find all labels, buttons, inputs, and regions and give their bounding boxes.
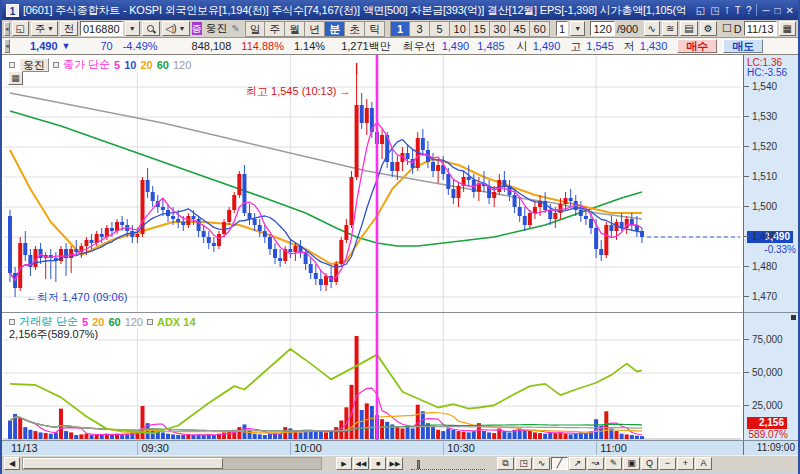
price-tick-label: 1,490: [744, 231, 798, 243]
minute-45-button[interactable]: 45: [510, 21, 530, 37]
legend-vma120: 120: [125, 316, 143, 328]
minute-5-button[interactable]: 5: [430, 21, 450, 37]
legend-ma-label: 종가 단순: [63, 57, 110, 72]
compare-chart-icon[interactable]: ≋: [662, 21, 678, 36]
period-minute-button[interactable]: 분: [325, 21, 345, 37]
best-bid: 1,485: [477, 40, 505, 52]
window-number-badge: 1: [6, 4, 19, 17]
scrollbar-thumb[interactable]: [23, 458, 223, 469]
period-year-button[interactable]: 년: [305, 21, 325, 37]
period-month-button[interactable]: 월: [285, 21, 305, 37]
legend-checkbox-icon[interactable]: [53, 62, 59, 68]
minute-3-button[interactable]: 3: [410, 21, 430, 37]
high-label: 고: [570, 39, 581, 54]
legend-checkbox-icon[interactable]: [147, 319, 153, 325]
help-icon[interactable]: ?: [746, 5, 752, 16]
price-tick-label: 1,540: [744, 81, 798, 93]
minute-15-button[interactable]: 15: [470, 21, 490, 37]
chevron-down-icon: ▼: [179, 23, 186, 35]
draw-tool-icon[interactable]: ✎: [605, 457, 622, 470]
compare-overlay-icon[interactable]: ∿: [533, 457, 550, 470]
trendline-tool-icon[interactable]: ╱: [551, 457, 568, 470]
price-tick-label: 1,480: [744, 261, 798, 273]
legend-stock-name[interactable]: 웅진: [19, 58, 49, 72]
frame-select[interactable]: 주▼: [31, 21, 58, 36]
volume-ratio: 114.88%: [241, 40, 284, 52]
minute-10-button[interactable]: 10: [450, 21, 470, 37]
new-window-button[interactable]: ◱: [12, 21, 29, 36]
minimize-button[interactable]: ─: [762, 5, 769, 16]
cascade-chart-icon[interactable]: ⧉: [497, 457, 514, 470]
zoom-out-button[interactable]: −: [659, 457, 676, 470]
replay-play-button[interactable]: ▶: [336, 457, 352, 470]
chart-scrollbar[interactable]: [22, 457, 322, 470]
popout-window-icon[interactable]: ◱: [696, 5, 705, 16]
prev-stock-button[interactable]: 전: [60, 21, 78, 36]
tick-chart-icon[interactable]: ∿: [644, 21, 660, 36]
stock-code-input[interactable]: 016880: [80, 21, 123, 36]
volume-current-text: 2,156주(589.07%): [9, 327, 98, 342]
minute-1-button[interactable]: 1: [390, 21, 410, 37]
minute-60-button[interactable]: 60: [530, 21, 550, 37]
volume-chart[interactable]: [2, 312, 743, 440]
pin-icon[interactable]: ⊺: [725, 5, 730, 16]
text-tool-button[interactable]: A: [695, 457, 712, 470]
period-day-button[interactable]: 일: [245, 21, 265, 37]
interval-dropdown-button[interactable]: ▼: [570, 21, 585, 36]
date-input[interactable]: 11/13: [744, 21, 777, 36]
price-axis[interactable]: LC:1.36 HC:-3.56 1,490 -0.33% 1,5401,530…: [743, 55, 798, 312]
panel-collapse-handle[interactable]: ◂: [4, 39, 10, 53]
replay-forward-button[interactable]: ▶▶: [387, 457, 403, 470]
slider-handle[interactable]: [417, 460, 420, 469]
scroll-left-button[interactable]: ◀: [4, 457, 20, 470]
price-tick-label: 1,500: [744, 201, 798, 213]
zoom-in-button[interactable]: +: [677, 457, 694, 470]
legend-checkbox-icon[interactable]: [9, 62, 15, 68]
legend-checkbox-icon[interactable]: [9, 319, 15, 325]
volume-axis[interactable]: 2,156 589.07% 75,00050,00025,000: [743, 312, 798, 440]
stock-chart-window: 1 [0601] 주식종합차트 - KOSPI 외국인보유[1,194(천)] …: [0, 0, 800, 474]
minute-30-button[interactable]: 30: [490, 21, 510, 37]
price-tick-label: 1,530: [744, 111, 798, 123]
slope-tool-icon[interactable]: ↗: [569, 457, 586, 470]
wave-tool-icon[interactable]: ↝: [587, 457, 604, 470]
settings-gear-icon[interactable]: ⚙: [700, 21, 717, 36]
sound-alert-button[interactable]: ◁)▼: [162, 21, 190, 36]
save-icon[interactable]: ▤: [680, 21, 697, 36]
period-second-button[interactable]: 초: [345, 21, 365, 37]
d-checkbox[interactable]: ☐: [722, 22, 732, 35]
code-dropdown-button[interactable]: ▼: [125, 21, 140, 36]
calendar-icon[interactable]: ▦: [779, 21, 796, 36]
maximize-button[interactable]: □: [775, 5, 781, 16]
buy-button[interactable]: 매수: [677, 39, 717, 53]
replay-speed-slider[interactable]: [411, 458, 485, 470]
panel-collapse-handle[interactable]: ◂: [4, 22, 10, 36]
legend-vma60: 60: [108, 316, 120, 328]
duplicate-window-icon[interactable]: ◳: [710, 5, 719, 16]
titlebar-separator: [756, 4, 757, 16]
replay-rewind-button[interactable]: ◀◀: [353, 457, 369, 470]
close-button[interactable]: ✕: [786, 5, 794, 16]
legend-ma20: 20: [140, 59, 152, 71]
pane-resize-handle[interactable]: [791, 315, 796, 320]
time-axis-label: 11:00: [596, 442, 627, 455]
capture-icon[interactable]: ▣: [623, 457, 640, 470]
time-axis[interactable]: 11/13 09:3010:0010:3011:00: [2, 440, 743, 455]
title-text-tool-icon[interactable]: T: [735, 5, 741, 16]
price-chart[interactable]: 최고 1,545 (10:13) →←최저 1,470 (09:06): [2, 55, 743, 312]
chart-grid-settings-icon[interactable]: ▦: [8, 71, 23, 85]
memo-icon[interactable]: ✎: [232, 23, 240, 34]
search-button[interactable]: [142, 21, 160, 36]
interval-input[interactable]: 1: [556, 21, 568, 36]
new-chart-window-icon[interactable]: ◳: [515, 457, 532, 470]
replay-stop-button[interactable]: ■: [370, 457, 386, 470]
period-week-button[interactable]: 주: [265, 21, 285, 37]
best-ask: 1,490: [442, 40, 470, 52]
time-axis-start-label: 11/13: [8, 442, 38, 455]
zoom-tool-icon[interactable]: Q: [641, 457, 658, 470]
period-tick-button[interactable]: 틱: [365, 21, 385, 37]
sell-button[interactable]: 매도: [723, 39, 763, 53]
bars-shown-input[interactable]: 120: [590, 21, 614, 36]
chart-toolbar: ◂ ◱ 주▼ 전 016880 ▼ ◁)▼ 증 웅진 ✎ 일 주 월 년 분 초…: [2, 20, 798, 38]
low-label: 저: [624, 39, 635, 54]
